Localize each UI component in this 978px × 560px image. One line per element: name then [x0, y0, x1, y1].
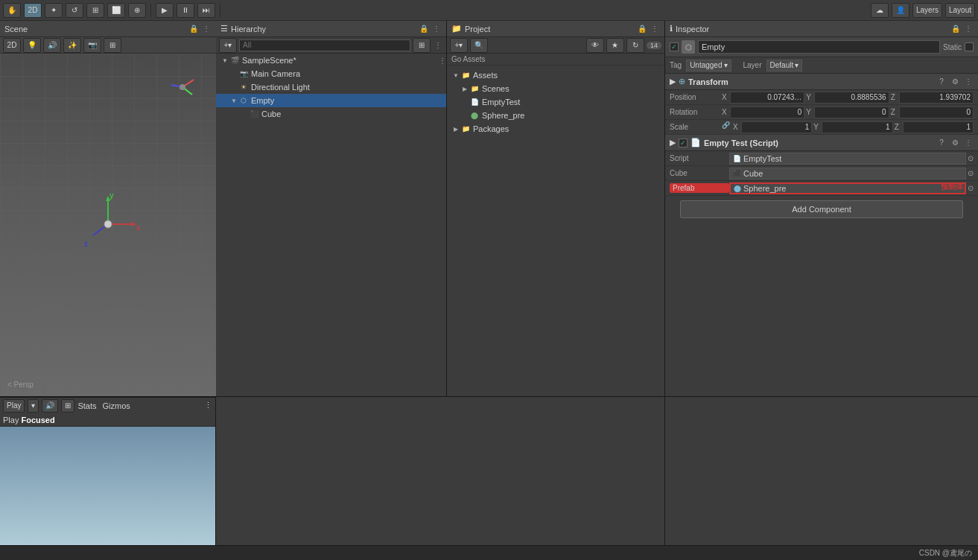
transform-expand-arrow[interactable]: ▶	[670, 77, 676, 86]
account-btn[interactable]: 👤	[892, 3, 909, 18]
project-eye-btn[interactable]: 👁	[586, 38, 604, 53]
scene-audio-btn[interactable]: 🔊	[43, 38, 61, 53]
cube-pick-icon[interactable]: ⊙	[968, 169, 974, 177]
tool-scale[interactable]: ⊞	[86, 3, 104, 18]
transform-icon: ⊕	[679, 77, 685, 86]
empty-icon: ⬡	[238, 95, 249, 106]
layout-btn[interactable]: Layout	[945, 3, 975, 18]
hierarchy-item-cube[interactable]: ⬛ Cube	[216, 107, 446, 121]
script-help-icon[interactable]: ?	[936, 138, 947, 148]
object-active-checkbox[interactable]: ✓	[670, 42, 679, 51]
hierarchy-search-input[interactable]	[239, 39, 410, 51]
rotation-xyz-group: X Y Z	[722, 106, 974, 118]
inspector-more-icon[interactable]: ⋮	[963, 24, 974, 34]
rotation-x-input[interactable]	[730, 106, 804, 118]
arrow-empty: ▼	[229, 98, 238, 104]
script-pick-icon[interactable]: ⊙	[968, 154, 974, 162]
project-lock-icon[interactable]: 🔒	[637, 24, 647, 34]
prefab-row-wrapper: Prefab ⬤ Sphere_pre ⊙ 定义的脚本变量	[665, 181, 978, 196]
pause-button[interactable]: ⏸	[177, 3, 194, 18]
script-settings-icon[interactable]: ⚙	[950, 138, 960, 148]
hierarchy-item-dirlight[interactable]: ☀ Directional Light	[216, 80, 446, 94]
project-tree: ▼ 📁 Assets ▶ 📁 Scenes 📄 EmptyTest	[447, 66, 664, 396]
pos-y-label: Y	[806, 93, 813, 101]
hierarchy-item-empty[interactable]: ▼ ⬡ Empty	[216, 94, 446, 107]
tool-2d[interactable]: 2D	[24, 3, 42, 18]
scene-camera-btn[interactable]: 📷	[83, 38, 101, 53]
project-item-assets[interactable]: ▼ 📁 Assets	[447, 69, 664, 82]
focused-dropdown-btn[interactable]: ▾	[28, 399, 39, 413]
project-item-scenes[interactable]: ▶ 📁 Scenes	[447, 82, 664, 95]
project-item-spherepre[interactable]: ⬤ Sphere_pre	[447, 109, 664, 122]
audio-btn[interactable]: 🔊	[42, 399, 58, 413]
script-expand-arrow[interactable]: ▶	[670, 138, 676, 147]
position-y-field: Y	[806, 92, 889, 104]
transform-more-icon[interactable]: ⋮	[963, 77, 974, 87]
game-view[interactable]	[0, 427, 216, 545]
prefab-sphere-small-icon: ⬤	[734, 185, 741, 192]
project-more-icon[interactable]: ⋮	[650, 24, 660, 34]
rotation-y-input[interactable]	[814, 106, 889, 118]
hierarchy-lock-icon[interactable]: 🔒	[419, 24, 429, 34]
scene-canvas[interactable]: y x z < Persp	[0, 54, 216, 396]
transform-settings-icon[interactable]: ⚙	[950, 77, 960, 87]
transform-help-icon[interactable]: ?	[936, 77, 947, 87]
scale-x-input[interactable]	[741, 121, 812, 133]
stats-view-btn[interactable]: ⊞	[61, 399, 74, 413]
step-button[interactable]: ⏭	[197, 3, 215, 18]
hierarchy-more-icon[interactable]: ⋮	[431, 24, 442, 34]
tool-hand[interactable]: ✋	[3, 3, 21, 18]
scene-fx-btn[interactable]: ✨	[63, 38, 81, 53]
project-item-packages[interactable]: ▶ 📁 Packages	[447, 122, 664, 136]
play-mode-btn[interactable]: Play	[3, 399, 25, 413]
scene-lock-icon[interactable]: 🔒	[188, 24, 199, 34]
inspector-lock-icon[interactable]: 🔒	[950, 24, 961, 34]
script-more-icon[interactable]: ⋮	[963, 138, 974, 148]
project-refresh-btn[interactable]: ↻	[626, 38, 644, 53]
project-add-btn[interactable]: +▾	[450, 38, 468, 53]
project-item-emptytest[interactable]: 📄 EmptyTest	[447, 95, 664, 109]
script-field-value[interactable]: 📄 EmptyTest	[729, 153, 966, 165]
rotation-z-input[interactable]	[899, 106, 974, 118]
tool-rotate[interactable]: ↺	[66, 3, 83, 18]
cube-field-value[interactable]: ⬛ Cube	[729, 168, 966, 179]
play-button[interactable]: ▶	[156, 3, 174, 18]
scale-y-input[interactable]	[822, 121, 892, 133]
project-search-icon[interactable]: 🔍	[470, 38, 488, 53]
hierarchy-item-label: SampleScene*	[242, 56, 296, 65]
collab-btn[interactable]: ☁	[871, 3, 889, 18]
hierarchy-options-btn[interactable]: ⊞	[413, 38, 431, 53]
hierarchy-options-dot[interactable]: ⋮	[439, 57, 446, 65]
position-y-input[interactable]	[814, 92, 889, 104]
prefab-pick-icon[interactable]: ⊙	[968, 184, 974, 192]
cube-field-label: Cube	[670, 169, 729, 177]
project-star-btn[interactable]: ★	[606, 38, 624, 53]
position-x-input[interactable]	[730, 92, 804, 104]
hierarchy-item-maincamera[interactable]: 📷 Main Camera	[216, 67, 446, 80]
hierarchy-item-samplescene[interactable]: ▼ 🎬 SampleScene* ⋮	[216, 54, 446, 67]
layers-btn[interactable]: Layers	[912, 3, 942, 18]
scene-2d-btn[interactable]: 2D	[3, 38, 21, 53]
scene-light-btn[interactable]: 💡	[23, 38, 41, 53]
tool-move[interactable]: ✦	[45, 3, 63, 18]
object-name-input[interactable]	[698, 40, 940, 54]
scene-gizmos-btn[interactable]: ⊞	[104, 38, 121, 53]
scale-z-input[interactable]	[903, 121, 974, 133]
hierarchy-add-btn[interactable]: +▾	[219, 38, 237, 53]
scene-toolbar: 2D 💡 🔊 ✨ 📷 ⊞	[0, 37, 216, 54]
play-bar-more[interactable]: ⋮	[204, 401, 212, 410]
static-checkbox[interactable]	[965, 42, 974, 51]
tool-transform[interactable]: ⊕	[128, 3, 146, 18]
bottom-left: Play ▾ 🔊 ⊞ Stats Gizmos ⋮ Play Focused	[0, 397, 216, 545]
scene-file-icon: 🎬	[229, 55, 240, 66]
hierarchy-more-btn[interactable]: ⋮	[433, 40, 443, 51]
tag-dropdown[interactable]: Untagged ▾	[686, 60, 731, 71]
add-component-button[interactable]: Add Component	[680, 200, 963, 218]
position-z-input[interactable]	[899, 92, 974, 104]
hierarchy-item-label-empty: Empty	[251, 96, 274, 105]
tool-rect[interactable]: ⬜	[107, 3, 125, 18]
scene-more-icon[interactable]: ⋮	[201, 24, 212, 34]
script-active-checkbox[interactable]: ✓	[679, 139, 688, 147]
prefab-field-value[interactable]: ⬤ Sphere_pre	[729, 182, 966, 194]
layer-dropdown[interactable]: Default ▾	[766, 60, 803, 71]
